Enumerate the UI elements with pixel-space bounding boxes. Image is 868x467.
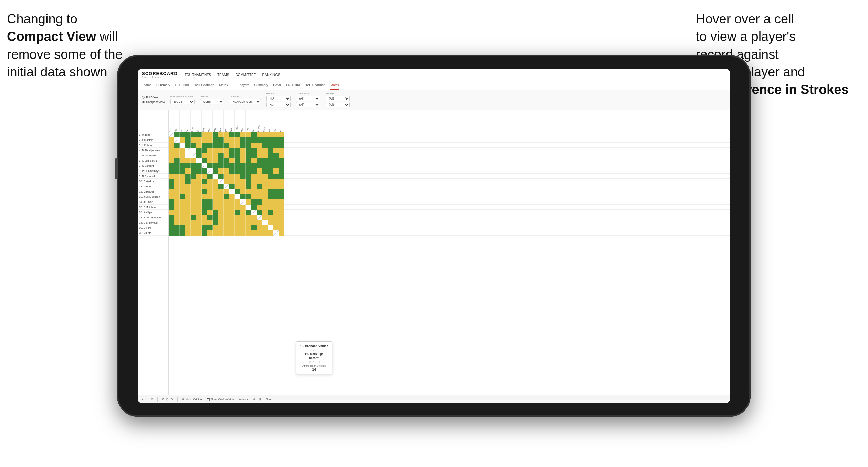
grid-cell[interactable]: [257, 215, 262, 220]
grid-cell[interactable]: [191, 153, 196, 158]
grid-cell[interactable]: [279, 179, 284, 184]
grid-cell[interactable]: [185, 137, 191, 143]
grid-cell[interactable]: [174, 168, 180, 174]
grid-cell[interactable]: [257, 148, 262, 153]
grid-cell[interactable]: [251, 179, 257, 184]
grid-cell[interactable]: [257, 230, 262, 236]
grid-cell[interactable]: [229, 179, 235, 184]
redo-button[interactable]: ↪: [146, 398, 149, 401]
grid-cell[interactable]: [202, 143, 207, 148]
grid-cell[interactable]: [213, 194, 218, 199]
grid-cell[interactable]: [240, 220, 246, 225]
grid-cell[interactable]: [279, 168, 284, 174]
grid-cell[interactable]: [257, 220, 262, 225]
grid-cell[interactable]: [169, 210, 174, 215]
grid-cell[interactable]: [257, 194, 262, 199]
grid-cell[interactable]: [180, 163, 185, 168]
grid-cell[interactable]: [240, 179, 246, 184]
grid-cell[interactable]: [229, 230, 235, 236]
grid-cell[interactable]: [202, 210, 207, 215]
view-original-button[interactable]: 👁 View: Original: [182, 398, 202, 401]
grid-cell[interactable]: [235, 205, 240, 210]
grid-cell[interactable]: [235, 179, 240, 184]
grid-cell[interactable]: [207, 158, 213, 163]
grid-cell[interactable]: [251, 189, 257, 194]
grid-cell[interactable]: [169, 143, 174, 148]
grid-cell[interactable]: [273, 158, 279, 163]
grid-cell[interactable]: [251, 210, 257, 215]
grid-cell[interactable]: [279, 153, 284, 158]
grid-cell[interactable]: [180, 199, 185, 205]
grid-cell[interactable]: [169, 225, 174, 230]
grid-cell[interactable]: [218, 174, 224, 179]
grid-cell[interactable]: [268, 153, 273, 158]
grid-cell[interactable]: [279, 132, 284, 137]
grid-cell[interactable]: [240, 199, 246, 205]
grid-cell[interactable]: [229, 168, 235, 174]
full-view-radio[interactable]: [142, 96, 145, 99]
grid-cell[interactable]: [196, 137, 202, 143]
grid-cell[interactable]: [279, 174, 284, 179]
grid-cell[interactable]: [202, 137, 207, 143]
filter-conference-select[interactable]: (All): [296, 96, 320, 101]
grid-cell[interactable]: [273, 143, 279, 148]
grid-cell[interactable]: [213, 163, 218, 168]
grid-cell[interactable]: [262, 163, 268, 168]
grid-cell[interactable]: [279, 225, 284, 230]
grid-cell[interactable]: [268, 189, 273, 194]
grid-cell[interactable]: [191, 189, 196, 194]
grid-cell[interactable]: [196, 225, 202, 230]
grid-cell[interactable]: [224, 153, 229, 158]
grid-cell[interactable]: [174, 143, 180, 148]
grid-cell[interactable]: [196, 179, 202, 184]
grid-cell[interactable]: [218, 230, 224, 236]
grid-cell[interactable]: [251, 184, 257, 189]
grid-cell[interactable]: [262, 137, 268, 143]
grid-cell[interactable]: [224, 179, 229, 184]
grid-cell[interactable]: [169, 199, 174, 205]
grid-cell[interactable]: [202, 174, 207, 179]
grid-cell[interactable]: [169, 205, 174, 210]
grid-cell[interactable]: [185, 132, 191, 137]
grid-cell[interactable]: [180, 215, 185, 220]
grid-cell[interactable]: [224, 132, 229, 137]
grid-cell[interactable]: [229, 158, 235, 163]
grid-cell[interactable]: [279, 194, 284, 199]
grid-cell[interactable]: [213, 168, 218, 174]
grid-cell[interactable]: [207, 230, 213, 236]
grid-cell[interactable]: [224, 225, 229, 230]
grid-cell[interactable]: [262, 205, 268, 210]
grid-cell[interactable]: [251, 148, 257, 153]
grid-cell[interactable]: [185, 210, 191, 215]
grid-cell[interactable]: [229, 132, 235, 137]
filter-region-select[interactable]: N/A: [266, 96, 291, 101]
grid-cell[interactable]: [191, 205, 196, 210]
grid-cell[interactable]: [174, 132, 180, 137]
grid-cell[interactable]: [229, 225, 235, 230]
grid-cell[interactable]: [251, 153, 257, 158]
grid-cell[interactable]: [196, 184, 202, 189]
grid-cell[interactable]: [180, 184, 185, 189]
grid-cell[interactable]: [229, 137, 235, 143]
grid-cell[interactable]: [240, 153, 246, 158]
grid-cell[interactable]: [196, 230, 202, 236]
grid-cell[interactable]: [224, 143, 229, 148]
screen-button[interactable]: 🖥: [252, 398, 255, 401]
grid-cell[interactable]: [246, 205, 251, 210]
grid-cell[interactable]: [196, 148, 202, 153]
grid-cell[interactable]: [169, 184, 174, 189]
grid-cell[interactable]: [218, 179, 224, 184]
grid-cell[interactable]: [251, 199, 257, 205]
grid-cell[interactable]: [169, 153, 174, 158]
grid-cell[interactable]: [229, 189, 235, 194]
grid-cell[interactable]: [273, 225, 279, 230]
grid-cell[interactable]: [180, 189, 185, 194]
grid-cell[interactable]: [185, 153, 191, 158]
grid-cell[interactable]: [207, 179, 213, 184]
grid-cell[interactable]: [246, 163, 251, 168]
grid-cell[interactable]: [257, 168, 262, 174]
grid-cell[interactable]: [207, 199, 213, 205]
grid-cell[interactable]: [246, 199, 251, 205]
save-custom-button[interactable]: 💾 Save Custom View: [207, 398, 234, 401]
grid-cell[interactable]: [262, 189, 268, 194]
